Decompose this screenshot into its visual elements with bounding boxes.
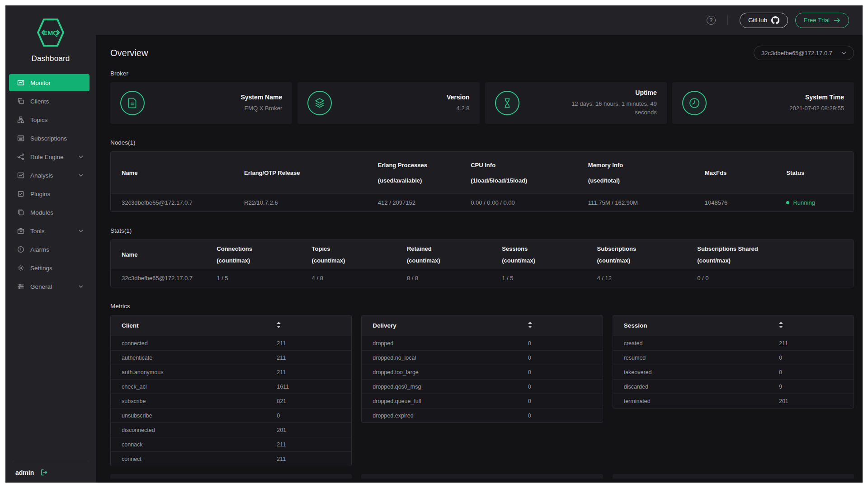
metric-row: check_acl1611 xyxy=(111,379,351,394)
hourglass-icon xyxy=(495,91,519,115)
chevron-down-icon xyxy=(841,52,846,55)
sidebar-item-label: Topics xyxy=(30,117,47,123)
metric-row: discarded9 xyxy=(613,379,854,394)
sidebar-nav: Monitor Clients Topics Subscriptions Rul… xyxy=(5,74,96,462)
logout-icon[interactable] xyxy=(40,469,48,476)
metric-row: terminated201 xyxy=(613,394,854,408)
sidebar-item-analysis[interactable]: Analysis xyxy=(9,167,90,184)
delivery-table-header: Delivery xyxy=(362,315,602,336)
sidebar-item-clients[interactable]: Clients xyxy=(9,93,90,110)
node-status: Running xyxy=(775,199,854,206)
sidebar-item-rule-engine[interactable]: Rule Engine xyxy=(9,148,90,165)
column-subheader: (count/max) xyxy=(502,257,586,264)
metric-row: unsubscribe0 xyxy=(111,408,351,422)
general-icon xyxy=(17,283,24,290)
stats-table: Name Connections(count/max) Topics(count… xyxy=(110,239,854,287)
metric-row: auth.anonymous211 xyxy=(111,365,351,379)
column-subheader: (used/avaliable) xyxy=(378,177,460,184)
sort-icon[interactable] xyxy=(528,322,532,330)
sidebar-item-label: Subscriptions xyxy=(30,135,67,142)
metric-row: takeovered0 xyxy=(613,365,854,379)
status-badge: Running xyxy=(793,199,815,206)
metric-row: dropped0 xyxy=(362,336,602,350)
chevron-down-icon xyxy=(79,230,83,232)
sidebar-item-label: Clients xyxy=(30,98,49,105)
metrics-tables: Client connected211 authenticate211 auth… xyxy=(110,315,854,466)
card-title: Version xyxy=(447,94,470,101)
node-selector-value: 32c3dbefbe65@172.17.0.7 xyxy=(761,50,832,56)
column-header: Subscriptions xyxy=(597,245,686,252)
sidebar-item-label: Analysis xyxy=(30,172,53,179)
metric-row: dropped.qos0_msg0 xyxy=(362,379,602,394)
table-title: Delivery xyxy=(362,322,528,329)
github-button[interactable]: GitHub xyxy=(740,13,788,28)
broker-cards: System Name EMQ X Broker Version 4.2.8 U… xyxy=(110,82,854,124)
card-value: EMQ X Broker xyxy=(244,104,282,113)
system-time-card: System Time 2021-07-02 08:29:55 xyxy=(672,82,854,124)
topics-icon xyxy=(17,116,24,123)
nodes-table-header: Name Erlang/OTP Release Erlang Processes… xyxy=(111,152,854,193)
column-header: Name xyxy=(122,169,233,176)
sidebar-item-label: General xyxy=(30,283,52,290)
document-icon xyxy=(120,91,145,115)
modules-icon xyxy=(17,209,24,216)
sort-icon[interactable] xyxy=(277,322,281,330)
stats-topics: 4 / 8 xyxy=(301,275,396,282)
dashboard-title: Dashboard xyxy=(5,54,96,63)
layers-icon xyxy=(307,91,332,115)
clock-icon xyxy=(682,91,707,115)
metric-row: dropped.expired0 xyxy=(362,408,602,422)
sidebar-item-label: Rule Engine xyxy=(30,154,64,160)
sidebar-item-tools[interactable]: Tools xyxy=(9,222,90,239)
stats-section-label: Stats(1) xyxy=(110,227,854,234)
sidebar-item-modules[interactable]: Modules xyxy=(9,204,90,221)
card-title: System Time xyxy=(805,94,844,101)
status-dot-icon xyxy=(786,201,789,204)
stats-subscriptions: 4 / 12 xyxy=(586,275,686,282)
card-value: 12 days, 16 hours, 1 minutes, 49 seconds xyxy=(571,100,657,117)
stats-sessions: 1 / 5 xyxy=(491,275,586,282)
column-subheader: (1load/5load/15load) xyxy=(471,177,577,184)
sidebar-item-subscriptions[interactable]: Subscriptions xyxy=(9,130,90,147)
node-maxfds: 1048576 xyxy=(694,199,776,206)
sidebar-item-label: Alarms xyxy=(30,246,49,253)
table-title: Session xyxy=(613,322,779,329)
stats-retained: 8 / 8 xyxy=(396,275,491,282)
metric-row: resumed0 xyxy=(613,350,854,365)
sidebar-item-topics[interactable]: Topics xyxy=(9,111,90,128)
column-header: Connections xyxy=(217,245,301,252)
free-trial-button[interactable]: Free Trial xyxy=(795,13,849,28)
column-header: Retained xyxy=(407,245,491,252)
chevron-down-icon xyxy=(79,285,83,288)
metric-row: dropped.no_local0 xyxy=(362,350,602,365)
metric-row: connected211 xyxy=(111,336,351,350)
metric-row: created211 xyxy=(613,336,854,350)
column-header: Status xyxy=(786,169,854,176)
table-title: Client xyxy=(111,322,277,329)
node-name: 32c3dbefbe65@172.17.0.7 xyxy=(111,199,233,206)
sidebar-item-label: Tools xyxy=(30,228,45,235)
sidebar-item-settings[interactable]: Settings xyxy=(9,259,90,277)
sidebar-item-plugins[interactable]: Plugins xyxy=(9,185,90,202)
table-stub xyxy=(613,474,854,479)
chevron-down-icon xyxy=(79,155,83,158)
analysis-icon xyxy=(17,172,24,179)
nodes-section-label: Nodes(1) xyxy=(110,139,854,146)
emqx-logo[interactable]: EMQ xyxy=(5,17,96,48)
table-stub xyxy=(110,474,352,479)
system-name-card: System Name EMQ X Broker xyxy=(110,82,292,124)
free-trial-button-label: Free Trial xyxy=(804,17,830,23)
column-header: Sessions xyxy=(502,245,586,252)
plugins-icon xyxy=(17,190,24,197)
sidebar-item-alarms[interactable]: Alarms xyxy=(9,241,90,258)
node-selector-dropdown[interactable]: 32c3dbefbe65@172.17.0.7 xyxy=(754,46,854,60)
nodes-table-row: 32c3dbefbe65@172.17.0.7 R22/10.7.2.6 412… xyxy=(111,193,854,211)
nodes-table: Name Erlang/OTP Release Erlang Processes… xyxy=(110,151,854,212)
sidebar-item-monitor[interactable]: Monitor xyxy=(9,74,90,91)
node-memory-info: 111.75M / 162.90M xyxy=(577,199,694,206)
metric-row: authenticate211 xyxy=(111,350,351,365)
sidebar-item-general[interactable]: General xyxy=(9,278,90,295)
column-header: Memory Info xyxy=(588,162,694,169)
sort-icon[interactable] xyxy=(779,322,783,330)
help-icon[interactable]: ? xyxy=(707,16,716,25)
